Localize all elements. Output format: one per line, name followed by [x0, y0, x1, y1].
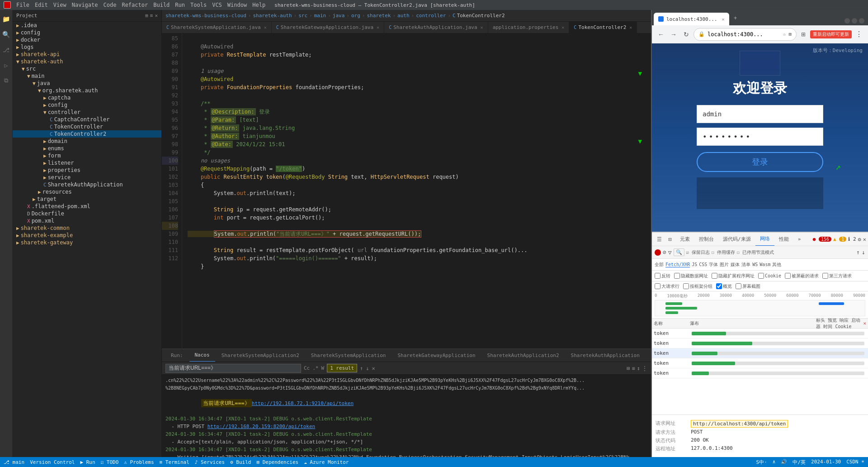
menu-item-build[interactable]: Build: [153, 2, 170, 8]
browser-password-field[interactable]: ••••••••: [697, 128, 823, 146]
sidebar-tool-btn[interactable]: ⊞: [145, 13, 148, 19]
sidebar-close-icon[interactable]: ✕: [155, 13, 158, 19]
breadcrumb-org[interactable]: org: [351, 13, 360, 19]
filter-manifest[interactable]: 清单: [741, 262, 750, 268]
breadcrumb-src[interactable]: src: [298, 13, 307, 19]
console-tool-3[interactable]: ↕: [637, 365, 640, 372]
filter-wasm[interactable]: Wasm: [760, 262, 770, 267]
network-row-4[interactable]: token: [652, 358, 868, 368]
tab-application-props[interactable]: application.properties✕: [488, 22, 570, 33]
browser-back-btn[interactable]: ←: [656, 29, 666, 40]
tree-item-form[interactable]: ▶form: [13, 152, 161, 159]
filter-overview[interactable]: 概览: [716, 283, 732, 290]
menu-item-refactor[interactable]: Refactor: [122, 2, 148, 8]
activity-search[interactable]: 🔍: [1, 29, 12, 40]
browser-username-field[interactable]: admin: [697, 105, 823, 123]
activity-debug[interactable]: ▷: [1, 60, 12, 71]
devtools-tab-console[interactable]: 控制台: [694, 233, 718, 246]
menu-item-window[interactable]: Window: [227, 2, 247, 8]
status-csdn[interactable]: CSDN ☀: [846, 459, 864, 466]
tree-item-enums[interactable]: ▶enums: [13, 145, 161, 152]
tree-item-java[interactable]: ▼java: [13, 80, 161, 87]
browser-tab-close[interactable]: ✕: [722, 17, 725, 22]
console-output[interactable]: .cn%22%2C%22Username%22%3A%22admin%22%2C…: [162, 375, 651, 457]
detail-close-btn[interactable]: ✕: [863, 320, 866, 326]
tree-item-logs[interactable]: ▶logs: [13, 43, 161, 51]
status-run-btn[interactable]: ▶ Run: [80, 459, 95, 465]
tree-item-service[interactable]: ▶service: [13, 174, 161, 181]
filter-css[interactable]: CSS: [699, 262, 707, 267]
menu-item-file[interactable]: File: [16, 2, 29, 8]
tree-item-captcha-controller[interactable]: CCaptchaController: [13, 116, 161, 123]
menu-item-vcs[interactable]: VCS: [212, 2, 222, 8]
console-search-input[interactable]: [165, 364, 301, 373]
menu-item-view[interactable]: View: [53, 2, 66, 8]
tree-item-domain[interactable]: ▶domain: [13, 138, 161, 145]
tree-item-flattened-pom[interactable]: X.flattened-pom.xml: [13, 203, 161, 210]
tree-item-sharetek-gateway[interactable]: ▶sharetek-gateway: [13, 239, 161, 246]
menu-item-tools[interactable]: Tools: [190, 2, 207, 8]
filter-all[interactable]: 全部: [655, 262, 664, 268]
tree-item-org-sharetek-auth[interactable]: ▼org.sharetek.auth: [13, 87, 161, 94]
status-version-control[interactable]: Version Control: [30, 459, 75, 465]
console-post-url[interactable]: http://192.168.20.159:8200/api/token: [208, 424, 315, 429]
search-network-btn[interactable]: 🔍: [674, 248, 684, 256]
status-services[interactable]: ♪ Services: [195, 459, 225, 465]
search-word[interactable]: W: [321, 365, 325, 371]
breadcrumb-java[interactable]: java: [333, 13, 345, 19]
tree-item-idea[interactable]: ▶.idea: [13, 22, 161, 29]
status-problems[interactable]: ⚠ Problems: [124, 459, 154, 465]
activity-explorer[interactable]: 📁: [1, 14, 12, 24]
browser-update-btn[interactable]: 重新启动即可更新: [810, 30, 852, 38]
devtools-inspect-btn[interactable]: ⊡: [665, 234, 675, 245]
tree-item-target[interactable]: ▶target: [13, 195, 161, 203]
tree-item-resources[interactable]: ▶resources: [13, 188, 161, 195]
menu-item-code[interactable]: Code: [104, 2, 117, 8]
browser-login-button[interactable]: 登录: [697, 152, 823, 172]
sidebar-settings-icon[interactable]: ≡: [150, 13, 153, 19]
filter-ws[interactable]: WS: [752, 262, 758, 267]
tree-item-properties[interactable]: ▶properties: [13, 167, 161, 174]
status-lang[interactable]: 中/英: [793, 459, 806, 466]
status-dependencies[interactable]: ⊞ Dependencies: [256, 459, 298, 465]
menu-item-help[interactable]: Help: [252, 2, 265, 8]
console-tool-1[interactable]: ⊞: [627, 365, 630, 372]
filter-hide-ext[interactable]: 隐藏扩展程序网址: [712, 273, 755, 279]
filter-screenshot[interactable]: 屏幕截图: [736, 283, 760, 290]
tree-item-docker[interactable]: ▶docker: [13, 36, 161, 43]
filter-js[interactable]: JS: [692, 262, 697, 267]
browser-tab-active[interactable]: localhost:4300... ✕: [654, 13, 729, 25]
import-har-btn[interactable]: ↑: [856, 249, 860, 256]
tree-item-sharetek-example[interactable]: ▶sharetek-example: [13, 232, 161, 239]
filter-cookie[interactable]: Cookie: [758, 273, 781, 279]
browser-refresh-btn[interactable]: ↻: [681, 29, 692, 40]
menu-item-edit[interactable]: Edit: [35, 2, 48, 8]
tree-item-sharetek-auth-app[interactable]: CSharetekAuthApplication: [13, 181, 161, 188]
activity-extensions[interactable]: ⧉: [1, 75, 12, 86]
tree-item-sharetek-common[interactable]: ▶sharetek-common: [13, 224, 161, 232]
activity-git[interactable]: ⎇: [1, 44, 12, 55]
menu-item-run[interactable]: Run: [175, 2, 185, 8]
record-btn[interactable]: [655, 249, 661, 256]
console-tab-auth2[interactable]: SharetekAuthApplication2: [482, 349, 565, 362]
breadcrumb-auth[interactable]: sharetek-auth: [253, 13, 292, 19]
breadcrumb-sharetek[interactable]: sharetek: [367, 13, 391, 19]
tree-item-captcha[interactable]: ▶captcha: [13, 94, 161, 101]
tab-sharetek-auth-app[interactable]: CSharetekAuthApplication.java✕: [384, 22, 488, 33]
network-row-2[interactable]: token: [652, 338, 868, 348]
devtools-tab-more[interactable]: »: [793, 233, 806, 246]
filter-media[interactable]: 媒体: [731, 262, 740, 268]
preserve-log-check[interactable]: ☑ 保留日志: [686, 249, 710, 256]
console-tab-gateway[interactable]: SharetekGatewayApplication: [392, 349, 481, 362]
devtools-tab-elements[interactable]: 元素: [675, 233, 694, 246]
console-tab-system[interactable]: SharetekSystemApplication: [306, 349, 392, 362]
browser-extension-btn[interactable]: ⊞: [798, 31, 808, 38]
breadcrumb-project[interactable]: sharetek-wms-business-cloud: [165, 13, 246, 19]
tree-item-config1[interactable]: ▶config: [13, 29, 161, 36]
code-editor[interactable]: 8586878889 9091929394 9596979899 100 101…: [162, 33, 651, 348]
status-sound[interactable]: 🔊: [781, 459, 787, 466]
console-tab-auth[interactable]: SharetekAuthApplication: [566, 349, 645, 362]
filter-img[interactable]: 图片: [720, 262, 729, 268]
disable-cache-check[interactable]: ☐ 停用缓存: [712, 249, 735, 256]
console-url-link[interactable]: http://192.168.72.1:9210/api/token: [252, 400, 354, 406]
